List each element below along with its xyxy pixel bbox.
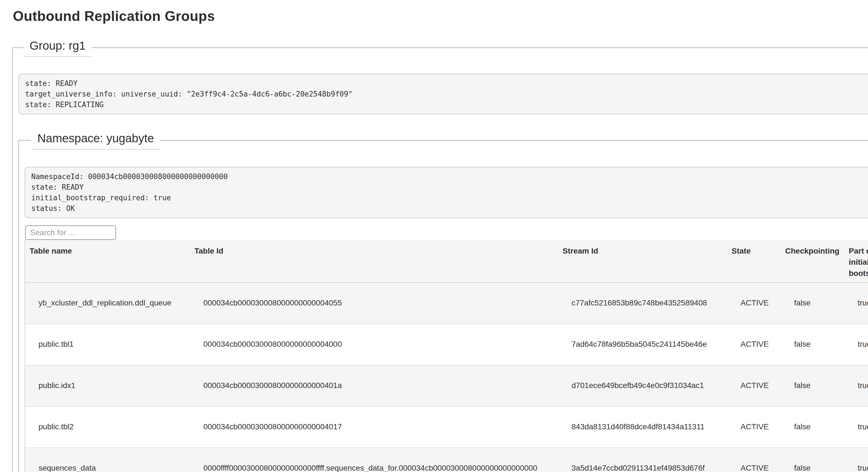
cell-state: ACTIVE [727, 406, 781, 448]
page-title: Outbound Replication Groups [13, 8, 868, 25]
table-column-header: State [727, 240, 781, 283]
cell-table-id: 000034cb00003000800000000000401a [190, 365, 558, 406]
table-row: yb_xcluster_ddl_replication.ddl_queue 00… [25, 283, 868, 324]
table-header-row: Table name Table Id Stream Id State Chec… [25, 240, 868, 283]
cell-part-of-initial-bootstrap: true [844, 365, 868, 406]
cell-part-of-initial-bootstrap: true [844, 283, 868, 324]
table-column-header: Checkpointing [781, 240, 844, 283]
cell-checkpointing: false [781, 324, 844, 365]
replication-group-legend: Group: rg1 [24, 38, 92, 57]
cell-stream-id: 3a5d14e7ccbd02911341ef49853d676f [558, 448, 727, 472]
cell-state: ACTIVE [727, 283, 781, 324]
table-row: public.tbl1 000034cb00003000800000000000… [25, 324, 868, 365]
namespace-panel: Namespace: yugabyte NamespaceId: 000034c… [19, 131, 868, 472]
cell-stream-id: 7ad64c78fa96b5ba5045c241145be46e [558, 324, 727, 365]
cell-table-id: 000034cb000030008000000000004017 [190, 406, 558, 448]
cell-table-name: yb_xcluster_ddl_replication.ddl_queue [25, 283, 190, 324]
table-column-header: Part of initial bootstrap [844, 240, 868, 283]
table-column-header: Stream Id [558, 240, 727, 283]
cell-checkpointing: false [781, 365, 844, 406]
cell-table-id: 000034cb000030008000000000004000 [190, 324, 558, 365]
cell-checkpointing: false [781, 448, 844, 472]
cell-stream-id: d701ece649bcefb49c4e0c9f31034ac1 [558, 365, 727, 406]
cell-part-of-initial-bootstrap: true [844, 448, 868, 472]
table-row: sequences_data 0000ffff00003000800000000… [25, 448, 868, 472]
cell-table-name: public.tbl1 [25, 324, 190, 365]
table-row: public.tbl2 000034cb00003000800000000000… [25, 406, 868, 448]
cell-state: ACTIVE [727, 324, 781, 365]
cell-table-id: 0000ffff00003000800000000000ffff.sequenc… [190, 448, 558, 472]
cell-checkpointing: false [781, 406, 844, 448]
table-body: yb_xcluster_ddl_replication.ddl_queue 00… [25, 283, 868, 472]
table-column-header: Table Id [190, 240, 558, 283]
cell-part-of-initial-bootstrap: true [844, 406, 868, 448]
table-header: Table name Table Id Stream Id State Chec… [25, 240, 868, 283]
cell-checkpointing: false [781, 283, 844, 324]
cell-part-of-initial-bootstrap: true [844, 324, 868, 365]
cell-stream-id: 843da8131d40f88dce4df81434a11311 [558, 406, 727, 448]
namespace-legend: Namespace: yugabyte [31, 131, 160, 150]
cell-table-name: sequences_data [25, 448, 190, 472]
cell-stream-id: c77afc5216853b89c748be4352589408 [558, 283, 727, 324]
page-content: Outbound Replication Groups Group: rg1 s… [0, 8, 868, 472]
cell-state: ACTIVE [727, 448, 781, 472]
namespace-state-info: NamespaceId: 000034cb0000300080000000000… [25, 167, 868, 218]
outbound-replication-groups-page: Outbound Replication Groups Group: rg1 s… [0, 0, 868, 472]
table-row: public.idx1 000034cb00003000800000000000… [25, 365, 868, 406]
cell-state: ACTIVE [727, 365, 781, 406]
cell-table-name: public.idx1 [25, 365, 190, 406]
table-column-header: Table name [25, 240, 190, 283]
group-state-info: state: READY target_universe_info: unive… [19, 74, 868, 114]
cell-table-id: 000034cb000030008000000000004055 [190, 283, 558, 324]
replication-group-panel: Group: rg1 state: READY target_universe_… [12, 38, 868, 472]
replicated-tables-table: Table name Table Id Stream Id State Chec… [25, 240, 868, 472]
cell-table-name: public.tbl2 [25, 406, 190, 448]
table-search-input[interactable] [25, 225, 116, 240]
